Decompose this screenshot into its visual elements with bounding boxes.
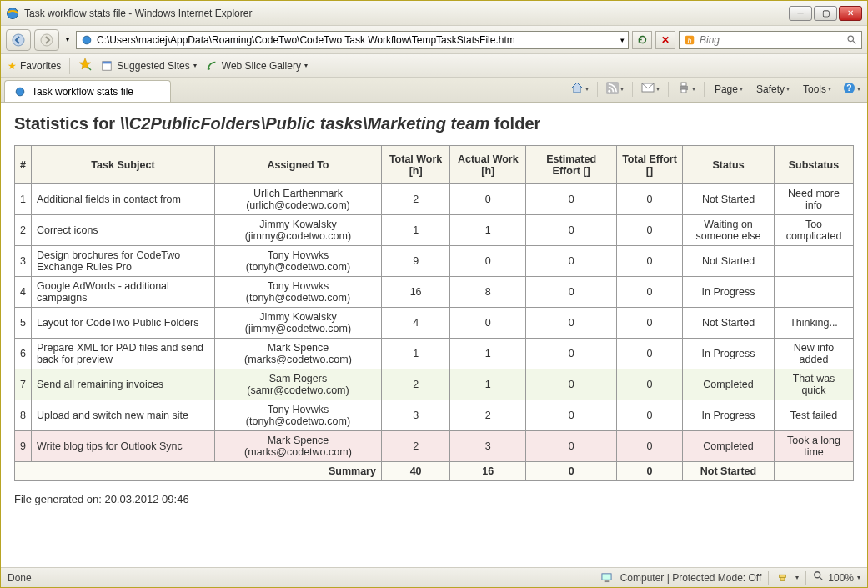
col-assigned: Assigned To <box>214 146 381 184</box>
cell-est-effort: 0 <box>526 246 617 277</box>
cell-actual-work: 0 <box>450 246 526 277</box>
url-input[interactable] <box>97 34 617 46</box>
bing-icon: b <box>683 33 696 47</box>
address-dropdown-icon[interactable]: ▾ <box>620 36 625 44</box>
page-icon <box>80 33 93 47</box>
help-button[interactable]: ?▾ <box>840 80 864 98</box>
cell-est-effort: 0 <box>526 277 617 308</box>
search-input[interactable] <box>700 34 841 46</box>
cell-substatus <box>775 277 854 308</box>
suggested-sites-button[interactable]: Suggested Sites ▾ <box>100 59 196 73</box>
ie-icon <box>13 85 27 98</box>
minimize-button[interactable]: ─ <box>789 6 812 21</box>
cell-total-effort: 0 <box>616 277 682 308</box>
cell-total-effort: 0 <box>616 215 682 246</box>
cell-actual-work: 1 <box>450 339 526 369</box>
web-slice-label: Web Slice Gallery <box>222 60 301 72</box>
tools-menu-button[interactable]: Tools ▾ <box>798 82 836 97</box>
table-row: 2Correct iconsJimmy Kowalsky(jimmy@codet… <box>15 215 854 246</box>
favorites-label: Favorites <box>20 60 61 72</box>
ie-icon <box>6 7 19 20</box>
file-generated-text: File generated on: 20.03.2012 09:46 <box>14 493 854 505</box>
cell-assigned: Jimmy Kowalsky(jimmy@codetwo.com) <box>214 308 381 339</box>
cell-status: Not Started <box>683 246 775 277</box>
nav-bar: ▾ ▾ ✕ b <box>1 26 867 54</box>
cell-num: 7 <box>15 369 32 400</box>
cell-assigned: Jimmy Kowalsky(jimmy@codetwo.com) <box>214 215 381 246</box>
cell-num: 4 <box>15 277 32 308</box>
search-bar[interactable]: b <box>679 31 862 49</box>
cell-status: In Progress <box>683 339 775 369</box>
separator <box>69 58 70 74</box>
cell-substatus: Took a long time <box>775 431 854 462</box>
web-slice-button[interactable]: Web Slice Gallery ▾ <box>205 59 308 73</box>
cell-assigned: Mark Spence(marks@codetwo.com) <box>214 339 381 369</box>
cell-est-effort: 0 <box>526 215 617 246</box>
chevron-down-icon[interactable]: ▾ <box>857 574 860 581</box>
titlebar: Task workflow stats file - Windows Inter… <box>1 1 867 26</box>
computer-icon <box>600 571 614 585</box>
cell-total-effort: 0 <box>616 400 682 431</box>
cell-subject: Google AdWords - additional campaigns <box>31 277 214 308</box>
svg-rect-17 <box>681 83 686 86</box>
star-icon: ★ <box>8 60 17 72</box>
nav-history-dropdown[interactable]: ▾ <box>63 36 73 43</box>
address-bar[interactable]: ▾ <box>76 31 629 49</box>
cell-actual-work: 3 <box>450 431 526 462</box>
favorites-button[interactable]: ★ Favorites <box>8 60 61 72</box>
col-total-work: Total Work [h] <box>381 146 449 184</box>
col-est-effort: Estimated Effort [] <box>526 146 617 184</box>
cell-assigned: Urlich Earthenmark(urlich@codetwo.com) <box>214 184 381 215</box>
cell-total-work: 2 <box>381 184 449 215</box>
print-button[interactable]: ▾ <box>674 79 699 98</box>
chevron-down-icon: ▾ <box>193 62 197 69</box>
printer-icon <box>677 81 690 97</box>
add-to-favorites-button[interactable] <box>78 58 92 73</box>
tab-active[interactable]: Task workflow stats file <box>4 80 171 102</box>
chevron-down-icon[interactable]: ▾ <box>795 574 799 581</box>
col-actual-work: Actual Work [h] <box>450 146 526 184</box>
back-button[interactable] <box>6 29 31 51</box>
cell-est-effort: 0 <box>526 369 617 400</box>
cell-status: In Progress <box>683 277 775 308</box>
cell-status: Waiting on someone else <box>683 215 775 246</box>
svg-point-6 <box>848 36 854 42</box>
svg-point-25 <box>815 572 820 578</box>
cell-substatus: New info added <box>775 339 854 369</box>
home-button[interactable]: ▾ <box>567 79 592 98</box>
forward-button[interactable] <box>34 29 59 51</box>
stats-table: # Task Subject Assigned To Total Work [h… <box>14 145 854 481</box>
table-row: 5Layout for CodeTwo Public FoldersJimmy … <box>15 308 854 339</box>
maximize-button[interactable]: ▢ <box>814 6 837 21</box>
rss-icon <box>606 82 619 97</box>
page-title: Statistics for \\C2PublicFolders\Public … <box>14 114 854 133</box>
summary-total-effort: 0 <box>616 462 682 481</box>
suggested-sites-label: Suggested Sites <box>117 60 189 72</box>
svg-rect-18 <box>681 89 686 93</box>
zoom-control[interactable]: 100% ▾ <box>813 570 860 585</box>
svg-rect-23 <box>779 575 785 577</box>
refresh-button[interactable] <box>632 31 652 49</box>
svg-point-2 <box>41 34 53 46</box>
table-row: 6Prepare XML for PAD files and send back… <box>15 339 854 369</box>
feeds-button[interactable]: ▾ <box>603 80 627 98</box>
cell-actual-work: 1 <box>450 215 526 246</box>
summary-status: Not Started <box>683 462 775 481</box>
close-button[interactable]: ✕ <box>839 6 862 21</box>
svg-line-7 <box>853 41 855 43</box>
mail-button[interactable]: ▾ <box>638 80 663 98</box>
cell-total-effort: 0 <box>616 431 682 462</box>
cell-total-work: 1 <box>381 215 449 246</box>
summary-label: Summary <box>15 462 382 481</box>
summary-est-effort: 0 <box>526 462 617 481</box>
search-icon[interactable] <box>845 33 858 47</box>
cell-total-work: 4 <box>381 308 449 339</box>
stop-button[interactable]: ✕ <box>655 31 675 49</box>
cell-assigned: Mark Spence(marks@codetwo.com) <box>214 431 381 462</box>
cell-substatus: Need more info <box>775 184 854 215</box>
cell-assigned: Tony Hovwks(tonyh@codetwo.com) <box>214 246 381 277</box>
page-menu-button[interactable]: Page ▾ <box>710 82 748 97</box>
security-icon[interactable] <box>775 571 789 585</box>
safety-menu-button[interactable]: Safety ▾ <box>751 82 795 97</box>
cell-total-work: 2 <box>381 431 449 462</box>
